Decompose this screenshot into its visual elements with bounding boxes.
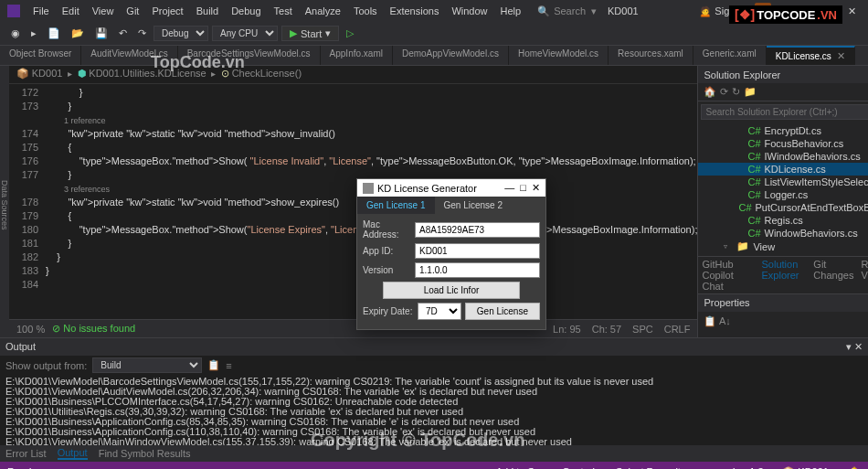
mac-label: Mac Address: <box>363 219 411 240</box>
se-bottom-tabs: GitHub Copilot ChatSolution ExplorerGit … <box>698 256 868 293</box>
version-label: Version <box>363 265 411 275</box>
tab-resources-xaml[interactable]: Resources.xaml <box>609 46 693 65</box>
se-collapse-icon[interactable]: 📁 <box>744 86 757 98</box>
load-lic-button[interactable]: Load Lic Infor <box>383 282 520 299</box>
output-close-button[interactable]: ✕ <box>854 341 863 352</box>
tree-item[interactable]: C#FocusBehavior.cs <box>698 137 868 150</box>
se-tree: C#EncryptDt.csC#FocusBehavior.csC#IWindo… <box>698 123 868 256</box>
menu-view[interactable]: View <box>87 4 120 18</box>
platform-select[interactable]: Any CPU <box>212 26 278 41</box>
dialog-close-button[interactable]: ✕ <box>532 182 540 194</box>
open-button[interactable]: 📂 <box>68 26 88 41</box>
prop-az-icon[interactable]: A↓ <box>719 315 731 326</box>
main-menu: FileEditViewGitProjectBuildDebugTestAnal… <box>27 4 526 18</box>
se-tab[interactable]: GitHub Copilot Chat <box>702 259 754 292</box>
se-tab[interactable]: Solution Explorer <box>762 259 807 292</box>
topcode-logo: [❖]TOPCODE.VN <box>729 5 842 24</box>
menu-analyze[interactable]: Analyze <box>300 4 346 18</box>
menu-build[interactable]: Build <box>191 4 224 18</box>
output-clear-icon[interactable]: 📋 <box>207 359 220 371</box>
tree-item[interactable]: C#EncryptDt.cs <box>698 124 868 137</box>
menu-window[interactable]: Window <box>446 4 492 18</box>
save-button[interactable]: 💾 <box>91 26 111 41</box>
menu-extensions[interactable]: Extensions <box>385 4 445 18</box>
tree-item[interactable]: C#KDLicense.cs <box>698 163 868 176</box>
tab-auditviewmodel-cs[interactable]: AuditViewModel.cs <box>81 46 177 65</box>
output-toggle-icon[interactable]: ≡ <box>226 360 231 371</box>
undo-button[interactable]: ↶ <box>115 26 131 41</box>
new-button[interactable]: 📄 <box>44 26 64 41</box>
bottom-tab-error-list[interactable]: Error List <box>5 448 47 459</box>
output-content[interactable]: E:\KD001\ViewModel\BarcodeSettingsViewMo… <box>0 375 868 445</box>
version-input[interactable] <box>415 262 540 278</box>
start-button[interactable]: ▶Start▾ <box>281 26 339 41</box>
se-home-icon[interactable]: 🏠 <box>704 86 716 98</box>
col-indicator: Ch: 57 <box>592 324 621 335</box>
editor-status: 100 % ⊘ No issues found Ln: 95 Ch: 57 SP… <box>9 319 697 337</box>
status-repo-select[interactable]: ◈ Select Repository ▴ <box>606 466 703 470</box>
breadcrumb[interactable]: 📦 KD001 ▸ ⬢ KD001.Utilities.KDLicense ▸ … <box>9 66 697 84</box>
tab-demoappviewmodel-cs[interactable]: DemoAppViewModel.cs <box>393 46 509 65</box>
tab-generic-xaml[interactable]: Generic.xaml <box>693 46 767 65</box>
tab-barcodesettingsviewmodel-cs[interactable]: BarcodeSettingsViewModel.cs <box>178 46 321 65</box>
tree-item[interactable]: ▿📁View <box>698 240 868 253</box>
tree-item[interactable]: C#Logger.cs <box>698 188 868 201</box>
tab-appinfo-xaml[interactable]: AppInfo.xaml <box>321 46 393 65</box>
bottom-tab-output[interactable]: Output <box>58 447 88 460</box>
tree-item[interactable]: C#ListViewItemStyleSelector.cs <box>698 176 868 188</box>
left-tool-tabs[interactable]: Data Sources <box>0 66 9 337</box>
tree-item[interactable]: C#PutCursorAtEndTextBoxBehavior.cs <box>698 201 868 214</box>
step-button[interactable]: ▷ <box>343 26 357 41</box>
back-button[interactable]: ◉ <box>7 26 24 41</box>
menu-file[interactable]: File <box>27 4 55 18</box>
tab-object browser[interactable]: Object Browser <box>0 46 81 65</box>
bottom-tab-find-symbol-results[interactable]: Find Symbol Results <box>99 448 191 459</box>
menu-edit[interactable]: Edit <box>57 4 85 18</box>
dialog-titlebar[interactable]: KD License Generator — □ ✕ <box>357 179 545 197</box>
solution-explorer: Solution Explorer ▾ ✕ 🏠 ⟳ ↻ 📁 C#EncryptD… <box>697 66 868 337</box>
dialog-minimize-button[interactable]: — <box>504 182 514 194</box>
search-icon: 🔍 <box>537 5 550 17</box>
output-pin-button[interactable]: ▾ <box>846 341 852 352</box>
menu-git[interactable]: Git <box>121 4 144 18</box>
expiry-select[interactable]: 7D <box>418 303 461 320</box>
project-name: KD001 <box>608 5 639 16</box>
expiry-label: Expiry Date: <box>363 306 414 316</box>
se-search-input[interactable] <box>701 104 868 120</box>
se-refresh-icon[interactable]: ↻ <box>732 86 740 98</box>
prop-category-icon[interactable]: 📋 <box>704 315 716 326</box>
menu-debug[interactable]: Debug <box>226 4 266 18</box>
tree-item[interactable]: C#Regis.cs <box>698 214 868 227</box>
redo-button[interactable]: ↷ <box>134 26 150 41</box>
menu-test[interactable]: Test <box>269 4 298 18</box>
tab-gen-license-2[interactable]: Gen License 2 <box>435 197 513 214</box>
menu-help[interactable]: Help <box>495 4 527 18</box>
gen-license-button[interactable]: Gen License <box>465 303 540 320</box>
dialog-app-icon <box>363 183 374 194</box>
mac-input[interactable] <box>415 222 540 238</box>
appid-label: App ID: <box>363 246 411 256</box>
bottom-panel-tabs: Error ListOutputFind Symbol Results <box>0 445 868 462</box>
output-source-select[interactable]: Build <box>92 357 202 373</box>
tree-item[interactable]: C#WindowBehaviors.cs <box>698 227 868 240</box>
search-placeholder: Search <box>554 5 586 16</box>
close-button[interactable]: ✕ <box>842 5 861 17</box>
tab-kdlicense-cs[interactable]: KDLicense.cs✕ <box>767 46 855 65</box>
tab-gen-license-1[interactable]: Gen License 1 <box>357 197 435 214</box>
menu-project[interactable]: Project <box>146 4 188 18</box>
titlebar-search[interactable]: 🔍 Search ▾ <box>537 5 597 17</box>
se-title: Solution Explorer <box>704 69 780 80</box>
appid-input[interactable] <box>415 243 540 259</box>
se-tab[interactable]: Git Changes <box>813 259 853 292</box>
se-sync-icon[interactable]: ⟳ <box>720 86 728 98</box>
status-bell-icon[interactable]: 🔔 <box>848 466 861 470</box>
vs-logo-icon <box>7 5 20 17</box>
forward-button[interactable]: ▸ <box>27 26 40 41</box>
se-toolbar: 🏠 ⟳ ↻ 📁 <box>698 83 868 101</box>
tab-homeviewmodel-cs[interactable]: HomeViewModel.cs <box>509 46 609 65</box>
se-tab[interactable]: Resource View <box>861 259 868 292</box>
tree-item[interactable]: C#IWindowBehaviors.cs <box>698 150 868 163</box>
menu-tools[interactable]: Tools <box>348 4 383 18</box>
dialog-maximize-button[interactable]: □ <box>520 182 526 194</box>
config-select[interactable]: Debug <box>153 26 208 41</box>
